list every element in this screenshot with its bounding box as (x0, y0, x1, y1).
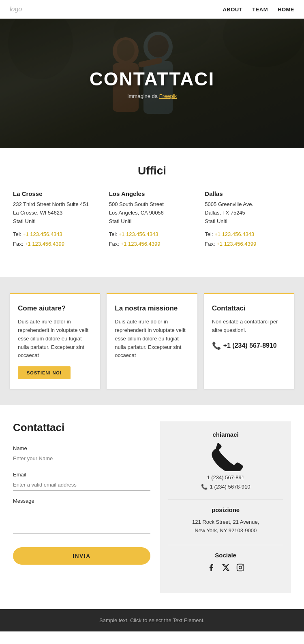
card-missione: La nostra missione Duis aute irure dolor… (107, 293, 197, 389)
card-phone-number: +1 (234) 567-8910 (223, 342, 277, 349)
social-icons (168, 563, 283, 574)
hero-title: CONTATTACI (90, 68, 215, 90)
contact-sidebar: chiamaci 1 (234) 567-891 📞 1 (234) 5678-… (160, 421, 291, 593)
name-label: Name (13, 445, 150, 451)
phone-icon-small: 📞 (201, 484, 208, 490)
svg-rect-11 (237, 564, 244, 571)
cards-section: Come aiutare? Duis aute irure dolor in r… (0, 277, 304, 405)
phone-row: 📞 1 (234) 5678-910 (168, 484, 283, 490)
hero-content: CONTATTACI Immagine da Freepik (90, 68, 215, 99)
form-group-message: Message (13, 498, 150, 535)
card-come-aiutare: Come aiutare? Duis aute irure dolor in r… (10, 293, 100, 389)
office-name-los-angeles: Los Angeles (109, 190, 195, 197)
office-los-angeles: Los Angeles 500 South South StreetLos An… (104, 190, 200, 249)
office-address-dallas: 5005 Greenville Ave.Dallas, TX 75245Stat… (205, 200, 291, 225)
nav-team[interactable]: TEAM (252, 6, 268, 13)
phone-secondary-number: 1 (234) 5678-910 (210, 484, 250, 490)
card-body-2: Non esitate a contattarci per altre ques… (212, 318, 286, 335)
name-input[interactable] (13, 453, 150, 464)
message-textarea[interactable] (13, 506, 150, 534)
facebook-icon[interactable] (207, 563, 215, 574)
sidebar-address: 121 Rock Street, 21 Avenue,New York, NY … (168, 518, 283, 535)
navbar: logo ABOUT TEAM HOME (0, 0, 304, 19)
email-input[interactable] (13, 479, 150, 491)
offices-grid: La Crosse 232 Third Street North Suite 4… (13, 190, 291, 249)
footer: Sample text. Click to select the Text El… (0, 609, 304, 631)
sociale-title: Sociale (168, 552, 283, 559)
office-contact-dallas: Tel: +1 123.456.4343 Fax: +1 123.456.439… (205, 230, 291, 249)
nav-links: ABOUT TEAM HOME (223, 6, 294, 13)
office-contact-los-angeles: Tel: +1 123.456.4343 Fax: +1 123.456.439… (109, 230, 195, 249)
contact-form-area: Contattaci Name Email Message INVIA (13, 421, 150, 565)
chiamaci-title: chiamaci (168, 431, 283, 438)
office-tel-dallas[interactable]: +1 123.456.4343 (214, 231, 254, 237)
offices-section: Uffici La Crosse 232 Third Street North … (0, 148, 304, 257)
hero-sub: Immagine da Freepik (90, 93, 215, 99)
x-twitter-icon[interactable] (222, 563, 230, 574)
contact-form-title: Contattaci (13, 421, 150, 434)
office-address-la-crosse: 232 Third Street North Suite 451La Cross… (13, 200, 99, 225)
footer-text[interactable]: Sample text. Click to select the Text El… (99, 617, 205, 623)
sidebar-chiamaci: chiamaci 1 (234) 567-891 📞 1 (234) 5678-… (168, 431, 283, 490)
office-fax-la-crosse[interactable]: +1 123.456.4399 (25, 241, 64, 247)
offices-title: Uffici (13, 164, 291, 177)
office-tel-la-crosse[interactable]: +1 123.456.4343 (23, 231, 62, 237)
sostieni-noi-button[interactable]: SOSTIENI NOI (18, 366, 71, 379)
submit-button[interactable]: INVIA (13, 547, 150, 565)
form-group-email: Email (13, 472, 150, 491)
instagram-icon[interactable] (236, 563, 244, 574)
hero-section: CONTATTACI Immagine da Freepik (0, 19, 304, 148)
sidebar-sociale: Sociale (168, 552, 283, 574)
phone-large-icon (206, 443, 246, 471)
email-label: Email (13, 472, 150, 478)
logo: logo (10, 6, 22, 13)
phone-emoji-icon: 📞 (212, 341, 221, 350)
hero-freepik-link[interactable]: Freepik (159, 93, 177, 99)
office-contact-la-crosse: Tel: +1 123.456.4343 Fax: +1 123.456.439… (13, 230, 99, 249)
sidebar-posizione: posizione 121 Rock Street, 21 Avenue,New… (168, 506, 283, 535)
office-fax-dallas[interactable]: +1 123.456.4399 (216, 241, 256, 247)
phone-main-number: 1 (234) 567-891 (168, 474, 283, 480)
card-body-0: Duis aute irure dolor in reprehenderit i… (18, 318, 92, 360)
posizione-title: posizione (168, 506, 283, 513)
sidebar-divider-1 (168, 499, 283, 500)
office-fax-los-angeles[interactable]: +1 123.456.4399 (121, 241, 161, 247)
form-group-name: Name (13, 445, 150, 464)
card-contattaci: Contattaci Non esitate a contattarci per… (204, 293, 294, 389)
card-title-2: Contattaci (212, 304, 286, 313)
card-body-1: Duis aute irure dolor in reprehenderit i… (115, 318, 189, 360)
office-la-crosse: La Crosse 232 Third Street North Suite 4… (13, 190, 104, 249)
card-title-0: Come aiutare? (18, 304, 92, 313)
contact-section: Contattaci Name Email Message INVIA chia… (0, 405, 304, 601)
message-label: Message (13, 498, 150, 504)
office-name-dallas: Dallas (205, 190, 291, 197)
nav-about[interactable]: ABOUT (223, 6, 242, 13)
card-title-1: La nostra missione (115, 304, 189, 313)
svg-point-12 (239, 566, 242, 569)
nav-home[interactable]: HOME (278, 6, 294, 13)
office-name-la-crosse: La Crosse (13, 190, 99, 197)
office-tel-los-angeles[interactable]: +1 123.456.4343 (119, 231, 158, 237)
svg-point-13 (242, 565, 242, 566)
card-phone: 📞 +1 (234) 567-8910 (212, 341, 286, 350)
sidebar-divider-2 (168, 545, 283, 545)
office-address-los-angeles: 500 South South StreetLos Angeles, CA 90… (109, 200, 195, 225)
office-dallas: Dallas 5005 Greenville Ave.Dallas, TX 75… (200, 190, 291, 249)
